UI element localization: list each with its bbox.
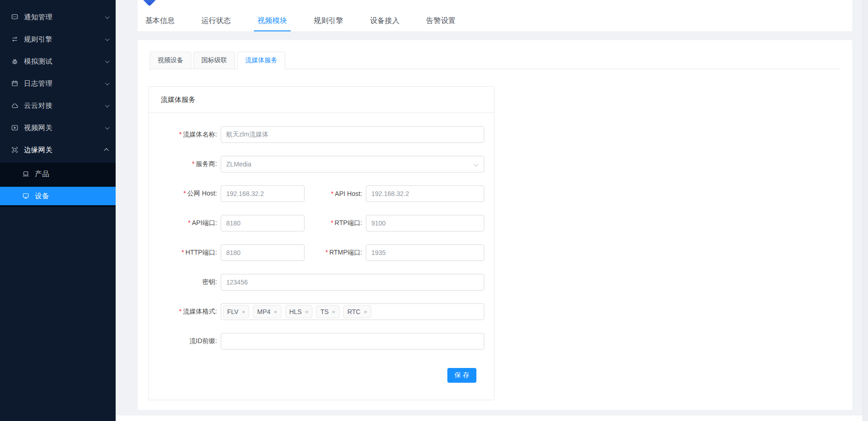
chevron-down-icon <box>105 125 110 130</box>
device-detail-tabs: 基本信息 运行状态 视频模块 规则引擎 设备接入 告警设置 <box>145 10 482 31</box>
app-logo-icon <box>141 0 158 6</box>
rtmp-port-input[interactable] <box>366 244 484 261</box>
remove-tag-icon[interactable]: × <box>332 309 335 315</box>
required-mark: * <box>179 130 182 138</box>
chevron-down-icon <box>105 103 110 107</box>
form-row-secret: *密钥: <box>149 274 494 291</box>
tab-alarm-settings[interactable]: 告警设置 <box>426 10 456 31</box>
field-label: *流ID前缀: <box>149 337 221 345</box>
field-label: *API Host: <box>305 190 366 197</box>
sidebar-item-label: 边缘网关 <box>24 146 105 154</box>
video-module-subtabs: 视频设备 国标级联 流媒体服务 <box>150 52 287 69</box>
remove-tag-icon[interactable]: × <box>274 309 277 315</box>
sidebar-item-edge-gateway[interactable]: 边缘网关 <box>0 141 116 159</box>
remove-tag-icon[interactable]: × <box>364 309 367 315</box>
monitor-icon <box>22 192 29 200</box>
form-row-hosts: *公网 Host: *API Host: <box>149 185 494 202</box>
cloud-icon <box>11 102 18 109</box>
form-row-http-rtmp-ports: *HTTP端口: *RTMP端口: <box>149 244 494 261</box>
sidebar-item-notification[interactable]: 通知管理 <box>0 8 116 26</box>
rtp-port-input[interactable] <box>366 215 484 231</box>
http-port-input[interactable] <box>221 244 305 261</box>
public-host-input[interactable] <box>221 185 305 202</box>
form-row-stream-prefix: *流ID前缀: <box>149 333 494 350</box>
sidebar-item-cloud-connect[interactable]: 云云对接 <box>0 96 116 115</box>
format-tag: TS× <box>316 305 339 318</box>
api-host-input[interactable] <box>366 185 484 202</box>
field-label: *RTMP端口: <box>305 249 366 257</box>
sidebar-item-product[interactable]: 产品 <box>0 165 116 183</box>
chevron-down-icon <box>474 162 479 167</box>
stream-name-input[interactable] <box>221 126 484 143</box>
sidebar-submenu-edge-gateway: 产品 设备 <box>0 163 116 207</box>
edge-gateway-icon <box>11 146 18 154</box>
tab-device-access[interactable]: 设备接入 <box>370 10 399 31</box>
sidebar-item-label: 云云对接 <box>24 101 105 110</box>
stream-prefix-input[interactable] <box>221 333 484 350</box>
save-button[interactable]: 保 存 <box>447 368 476 383</box>
field-label: *服务商: <box>149 160 221 168</box>
secret-input[interactable] <box>221 274 484 291</box>
chevron-down-icon <box>105 14 110 19</box>
field-label: *API端口: <box>149 219 221 227</box>
laptop-icon <box>22 170 29 178</box>
form-row-vendor: *服务商: ZLMedia <box>149 156 494 172</box>
sidebar: 通知管理 规则引擎 模拟测试 日志管理 <box>0 0 116 421</box>
sidebar-item-rule-engine[interactable]: 规则引擎 <box>0 30 116 48</box>
sidebar-item-log-management[interactable]: 日志管理 <box>0 74 116 93</box>
video-module-panel: 视频设备 国标级联 流媒体服务 流媒体服务 *流媒体名称: *服务商: ZLMe… <box>138 40 852 410</box>
message-icon <box>11 13 18 21</box>
required-mark: * <box>331 190 333 197</box>
required-mark: * <box>182 249 184 256</box>
vertical-scrollbar[interactable] <box>862 0 868 421</box>
subtab-video-device[interactable]: 视频设备 <box>150 52 191 69</box>
required-mark: * <box>331 219 333 226</box>
swap-icon <box>11 36 18 43</box>
required-mark: * <box>192 160 194 167</box>
streaming-media-form: *流媒体名称: *服务商: ZLMedia *公网 Host: *API Hos… <box>149 113 494 383</box>
video-gateway-icon <box>11 124 18 131</box>
required-mark: * <box>188 219 190 226</box>
sidebar-item-simulation-test[interactable]: 模拟测试 <box>0 52 116 71</box>
sidebar-item-video-gateway[interactable]: 视频网关 <box>0 119 116 137</box>
required-mark: * <box>325 249 328 256</box>
remove-tag-icon[interactable]: × <box>305 309 309 315</box>
streaming-media-card: 流媒体服务 *流媒体名称: *服务商: ZLMedia *公网 Host: *A… <box>148 86 494 400</box>
field-label: *HTTP端口: <box>149 249 221 257</box>
chevron-down-icon <box>105 36 110 41</box>
subtab-streaming-media[interactable]: 流媒体服务 <box>237 52 285 69</box>
form-row-format: *流媒体格式: FLV× MP4× HLS× TS× RTC× <box>149 303 494 320</box>
field-label: *流媒体格式: <box>149 308 221 316</box>
field-label: *RTP端口: <box>305 219 366 227</box>
required-mark: * <box>179 308 182 315</box>
chevron-down-icon <box>105 81 110 85</box>
tab-basic-info[interactable]: 基本信息 <box>145 10 175 31</box>
field-label: *公网 Host: <box>149 190 221 198</box>
sidebar-item-label: 规则引擎 <box>24 35 105 44</box>
form-row-api-rtp-ports: *API端口: *RTP端口: <box>149 215 494 231</box>
bug-icon <box>11 58 18 65</box>
form-row-name: *流媒体名称: <box>149 126 494 143</box>
subtab-gb-cascade[interactable]: 国标级联 <box>194 52 235 69</box>
vendor-select-value: ZLMedia <box>226 160 251 168</box>
required-mark: * <box>183 190 186 197</box>
tab-running-status[interactable]: 运行状态 <box>201 10 231 31</box>
format-tag: HLS× <box>285 305 313 318</box>
footer-strip <box>116 415 868 421</box>
sidebar-item-label: 通知管理 <box>24 13 105 22</box>
api-port-input[interactable] <box>221 215 305 231</box>
vendor-select[interactable]: ZLMedia <box>221 156 484 172</box>
tab-rule-engine[interactable]: 规则引擎 <box>314 10 343 31</box>
sidebar-item-device[interactable]: 设备 <box>0 187 116 205</box>
card-title: 流媒体服务 <box>149 87 494 113</box>
format-tag: MP4× <box>253 305 281 318</box>
sidebar-item-label: 日志管理 <box>24 79 105 88</box>
calendar-icon <box>11 80 18 87</box>
remove-tag-icon[interactable]: × <box>242 309 246 315</box>
format-tag: RTC× <box>343 305 371 318</box>
sidebar-item-label: 产品 <box>35 170 108 178</box>
format-multiselect[interactable]: FLV× MP4× HLS× TS× RTC× <box>221 303 484 320</box>
tab-video-module[interactable]: 视频模块 <box>258 10 287 31</box>
chevron-down-icon <box>105 59 110 63</box>
field-label: *密钥: <box>149 278 221 286</box>
